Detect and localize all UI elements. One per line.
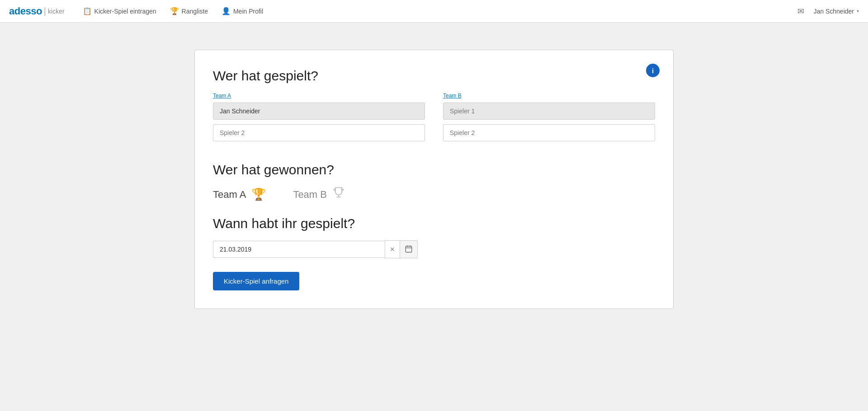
nav-rangliste[interactable]: 🏆 Rangliste	[170, 7, 208, 15]
info-icon: i	[652, 67, 654, 75]
team-b-col: Team B	[443, 93, 655, 146]
rangliste-icon: 🏆	[170, 7, 179, 15]
teams-row: Team A Team B	[213, 93, 655, 146]
submit-label: Kicker-Spiel anfragen	[224, 277, 288, 285]
team-a-label[interactable]: Team A	[213, 93, 425, 99]
kicker-spiel-icon: 📋	[83, 7, 92, 15]
form-card: i Wer hat gespielt? Team A Team B Wer ha…	[194, 50, 674, 309]
trophy-a-icon: 🏆	[251, 187, 266, 201]
who-won-title: Wer hat gewonnen?	[213, 162, 655, 177]
winner-team-b[interactable]: Team B	[293, 187, 345, 202]
player1-a-input[interactable]	[213, 103, 425, 120]
winner-team-a-label: Team A	[213, 189, 246, 201]
nav-profil-label: Mein Profil	[233, 8, 263, 15]
date-clear-icon: ✕	[390, 246, 395, 253]
team-b-label[interactable]: Team B	[443, 93, 655, 99]
brand-kicker: kicker	[48, 8, 65, 15]
user-name: Jan Schneider	[813, 8, 854, 15]
winner-team-a[interactable]: Team A 🏆	[213, 187, 266, 201]
user-dropdown-arrow: ▾	[857, 9, 859, 14]
winner-row: Team A 🏆 Team B	[213, 187, 655, 202]
nav-kicker-spiel-label: Kicker-Spiel eintragen	[94, 8, 156, 15]
player2-a-input[interactable]	[213, 124, 425, 141]
brand-adesso: adesso	[9, 5, 42, 17]
date-calendar-button[interactable]	[400, 240, 418, 258]
svg-rect-0	[406, 246, 412, 252]
player1-b-input[interactable]	[443, 103, 655, 120]
date-clear-button[interactable]: ✕	[385, 240, 400, 258]
date-input-row: ✕	[213, 240, 655, 258]
trophy-b-icon	[332, 187, 345, 202]
calendar-icon	[405, 245, 413, 254]
navbar-nav: 📋 Kicker-Spiel eintragen 🏆 Rangliste 👤 M…	[83, 7, 798, 15]
winner-team-b-label: Team B	[293, 189, 327, 201]
main-content: i Wer hat gespielt? Team A Team B Wer ha…	[0, 23, 868, 411]
brand: adesso | kicker	[9, 5, 65, 17]
who-played-title: Wer hat gespielt?	[213, 68, 655, 84]
player2-b-input[interactable]	[443, 124, 655, 141]
winner-section: Wer hat gewonnen? Team A 🏆 Team B	[213, 162, 655, 202]
info-button[interactable]: i	[646, 64, 660, 77]
nav-mein-profil[interactable]: 👤 Mein Profil	[222, 7, 263, 15]
brand-separator: |	[44, 6, 46, 16]
navbar: adesso | kicker 📋 Kicker-Spiel eintragen…	[0, 0, 868, 23]
nav-kicker-spiel[interactable]: 📋 Kicker-Spiel eintragen	[83, 7, 156, 15]
navbar-right: ✉ Jan Schneider ▾	[797, 6, 859, 16]
submit-button[interactable]: Kicker-Spiel anfragen	[213, 272, 299, 290]
user-menu[interactable]: Jan Schneider ▾	[813, 8, 859, 15]
profil-icon: 👤	[222, 7, 231, 15]
date-section: Wann habt ihr gespielt? ✕	[213, 216, 655, 258]
envelope-icon[interactable]: ✉	[797, 6, 804, 16]
team-a-col: Team A	[213, 93, 425, 146]
date-input[interactable]	[213, 241, 385, 258]
nav-rangliste-label: Rangliste	[182, 8, 208, 15]
when-played-title: Wann habt ihr gespielt?	[213, 216, 655, 231]
